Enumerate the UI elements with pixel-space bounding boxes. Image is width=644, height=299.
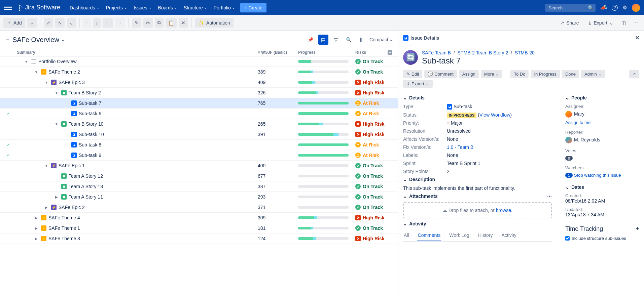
search-box[interactable]: 🔍 [545,4,596,12]
table-row[interactable]: ▼◼Team B Story 2326✕High Risk [0,88,398,98]
activity-section[interactable]: ⌄Activity [403,221,552,226]
nav-boards[interactable]: Boards⌄ [155,3,180,12]
nav-projects[interactable]: Projects⌄ [103,3,130,12]
filter-icon[interactable]: ▽ [331,35,341,45]
col-summary[interactable]: Summary [17,50,258,55]
table-row[interactable]: ▼Portfolio Overview✓On Track [0,56,398,67]
settings-icon[interactable]: ⚙ [622,4,627,11]
attachments-section[interactable]: ⌄Attachments⋯ [403,194,552,199]
expander-icon[interactable]: ▶ [34,237,39,241]
assign-button[interactable]: Assign [459,70,479,78]
structure-title[interactable]: SAFe Overview⌄ [12,36,65,44]
nav-dashboards[interactable]: Dashboards⌄ [67,3,102,12]
table-row[interactable]: ▶⚡SAFe Theme 4309✕High Risk [0,213,398,223]
tab-all[interactable]: All [403,230,410,241]
notifications-icon[interactable]: 📣 [600,4,607,11]
status-todo[interactable]: To Do [510,70,529,78]
table-row[interactable]: ◼Team A Story 13387✓On Track [0,181,398,192]
cut-icon[interactable]: ✂ [143,18,153,28]
attachment-dropzone[interactable]: ☁ Drop files to attach, or browse. [403,202,552,218]
expand-dropdown[interactable]: ⌄ [67,18,76,28]
expander-icon[interactable]: ▶ [54,195,59,199]
delete-icon[interactable]: ✕ [179,18,188,28]
add-button[interactable]: ＋Add [3,18,25,28]
table-row[interactable]: ✓◪Sub-task 9⚠At Risk [0,150,398,161]
pin-icon[interactable]: 📌 [306,35,316,45]
layers-icon[interactable]: ▤ [318,35,328,45]
nav-issues[interactable]: Issues⌄ [131,3,154,12]
attachments-menu-icon[interactable]: ⋯ [547,194,552,199]
search-icon[interactable]: 🔍 [344,35,354,45]
table-row[interactable]: ▶◼Team A Story 11293✓On Track [0,192,398,202]
tab-activity[interactable]: Activity [501,230,517,241]
share-button[interactable]: ↗Share [557,18,582,28]
tab-comments[interactable]: Comments [417,230,441,241]
breadcrumb-link[interactable]: STMB-2 Team B Story 2 [458,50,508,55]
browse-link[interactable]: browse. [496,208,512,213]
expander-icon[interactable]: ▼ [24,60,29,63]
table-row[interactable]: ▼⚡SAFe Epic 3409✕High Risk [0,77,398,88]
edit-icon[interactable]: ✎ [132,18,141,28]
table-row[interactable]: ▶⚡SAFe Theme 3124✕High Risk [0,233,398,244]
details-section[interactable]: ⌄Details [403,95,552,100]
close-icon[interactable]: × [635,34,639,42]
table-row[interactable]: ◪Sub-task 7765⚠At Risk [0,98,398,109]
expander-icon[interactable]: ▼ [54,91,59,95]
tab-work-log[interactable]: Work Log [449,230,470,241]
add-time-icon[interactable]: + [636,225,639,232]
admin-button[interactable]: Admin ⌄ [581,70,605,78]
breadcrumb-link[interactable]: SAFe Team B [422,50,451,55]
view-workflow-link[interactable]: View Workflow [479,112,510,118]
layout-icon[interactable]: ◫ [619,18,629,28]
collapse-all-icon[interactable]: ⤡ [55,18,65,28]
breadcrumb-link[interactable]: STMB-20 [515,50,535,55]
user-avatar[interactable] [632,4,640,12]
create-button[interactable]: +Create [240,3,266,12]
include-sub-issues-checkbox[interactable] [565,236,570,241]
comment-button[interactable]: 💬 Comment [424,70,457,78]
indent-icon[interactable]: → [115,18,125,28]
people-section[interactable]: ⌄People [565,95,639,100]
share-issue-button[interactable]: ↗ [629,70,639,78]
status-inprogress[interactable]: In Progress [531,70,560,78]
expander-icon[interactable]: ▼ [34,70,39,74]
table-row[interactable]: ▼⚡SAFe Epic 1400✓On Track [0,161,398,171]
export-issue-button[interactable]: ⤓ Export ⌄ [403,80,433,88]
table-row[interactable]: ✓◪Sub-task 8⚠At Risk [0,140,398,150]
add-dropdown[interactable]: ⌄ [27,18,37,28]
assign-to-me-link[interactable]: Assign to me [565,120,591,125]
logo[interactable]: Jira Software [16,4,60,11]
more-icon[interactable]: ⋯ [631,18,641,28]
expand-all-icon[interactable]: ⤢ [44,18,53,28]
table-row[interactable]: ◼Team A Story 12677✓On Track [0,171,398,181]
help-icon[interactable]: ? [612,5,618,11]
stop-watching-link[interactable]: Stop watching this issue [574,173,621,178]
col-risks[interactable]: Risks [355,50,366,55]
more-button[interactable]: More ⌄ [481,70,503,78]
app-switcher-icon[interactable] [4,4,12,12]
col-progress[interactable]: Progress [298,50,355,55]
move-up-icon[interactable]: ↑ [83,18,91,28]
expander-icon[interactable]: ▼ [44,81,49,84]
table-row[interactable]: ▶⚡SAFe Epic 2371✓On Track [0,202,398,213]
move-down-icon[interactable]: ↓ [93,18,101,28]
table-row[interactable]: ▼◼Team B Story 10265✕High Risk [0,119,398,129]
description-section[interactable]: ⌄Description [403,177,552,182]
nav-portfolio[interactable]: Portfolio⌄ [211,3,238,12]
tab-history[interactable]: History [477,230,494,241]
col-wsjf[interactable]: WSJF (Basic) [261,50,287,55]
table-row[interactable]: ✓◪Sub-task 6⚠At Risk [0,109,398,119]
export-button[interactable]: ⤓Export⌄ [584,18,617,28]
paste-icon[interactable]: 📋 [166,18,177,28]
expander-icon[interactable]: ▼ [44,164,49,168]
dates-section[interactable]: ⌄Dates [565,184,639,190]
table-row[interactable]: ▶⚡SAFe Theme 1181✓On Track [0,223,398,233]
edit-button[interactable]: ✎ Edit [403,70,422,78]
expander-icon[interactable]: ▶ [34,216,39,220]
expander-icon[interactable]: ▶ [34,226,39,230]
expander-icon[interactable]: ▼ [54,122,59,126]
add-column-icon[interactable]: + [388,50,392,55]
outdent-icon[interactable]: ← [103,18,113,28]
automation-button[interactable]: ✨Automation [195,18,234,28]
density-dropdown[interactable]: Compact⌄ [369,37,392,42]
